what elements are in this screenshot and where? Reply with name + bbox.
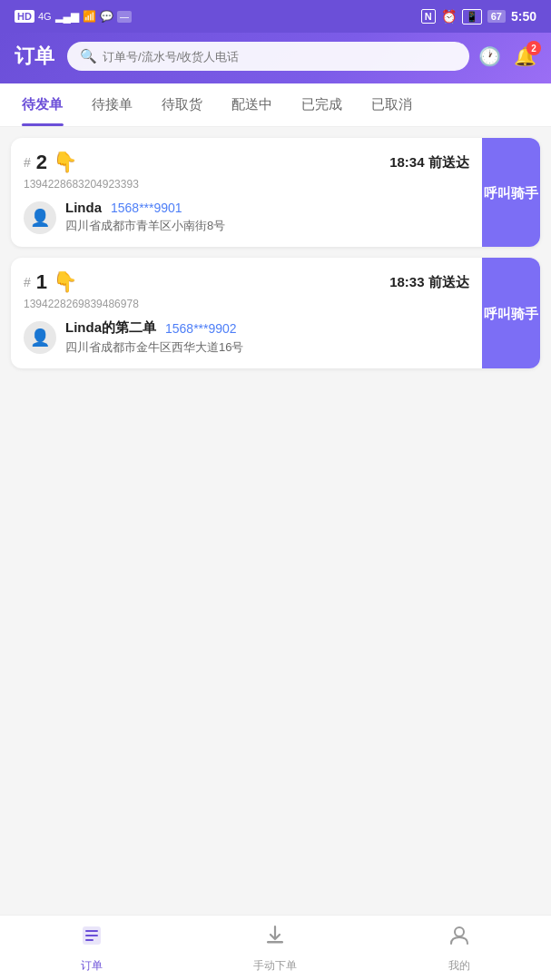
battery-icon: 67: [487, 10, 506, 23]
customer-phone-2[interactable]: 1568***9901: [111, 201, 182, 215]
order-time-value-2: 18:34: [389, 154, 424, 170]
network-icon: 4G: [38, 11, 52, 22]
order-top-row-1: # 1 👇 18:33 前送达: [24, 270, 469, 294]
order-customer-2: 👤 Linda 1568***9901 四川省成都市青羊区小南街8号: [24, 200, 469, 234]
call-btn-line1-2: 呼叫: [484, 183, 511, 202]
alarm-icon: ⏰: [441, 9, 457, 24]
call-btn-line1-1: 呼叫: [484, 304, 511, 323]
page-title: 订单: [15, 43, 58, 70]
order-top-row-2: # 2 👇 18:34 前送达: [24, 151, 469, 174]
order-list: # 2 👇 18:34 前送达 1394228683204923393 👤 Li…: [0, 127, 551, 379]
status-right-icons: N ⏰ 📱 67 5:50: [421, 9, 536, 24]
nav-spacer: [0, 379, 551, 452]
notification-button[interactable]: 🔔 2: [514, 45, 536, 67]
tab-pending-send[interactable]: 待发单: [7, 83, 77, 126]
tab-cancelled[interactable]: 已取消: [357, 83, 427, 126]
order-hash-2: #: [24, 155, 31, 170]
order-card-2: # 2 👇 18:34 前送达 1394228683204923393 👤 Li…: [11, 138, 540, 247]
order-time-label-1: 前送达: [428, 274, 469, 289]
order-nav-icon: [79, 923, 104, 955]
search-bar[interactable]: 🔍: [67, 42, 469, 71]
call-rider-button-2[interactable]: 呼叫 骑手: [482, 138, 540, 247]
history-button[interactable]: 🕐: [478, 45, 501, 67]
notification-badge: 2: [526, 41, 541, 55]
nav-item-mine[interactable]: 我的: [368, 923, 551, 974]
call-btn-line2-1: 骑手: [511, 304, 538, 323]
customer-info-2: Linda 1568***9901 四川省成都市青羊区小南街8号: [65, 200, 225, 234]
order-trace-2: 1394228683204923393: [24, 178, 469, 191]
header: 订单 🔍 🕐 🔔 2: [0, 33, 551, 83]
wifi-icon: 📶: [83, 10, 96, 23]
order-nav-label: 订单: [81, 958, 103, 974]
bottom-nav: 订单 手动下单 我的: [0, 915, 551, 980]
svg-rect-2: [85, 935, 98, 936]
tabs-bar: 待发单 待接单 待取货 配送中 已完成 已取消: [0, 83, 551, 127]
chat-icon: 💬: [100, 10, 113, 23]
order-id-row-2: # 2 👇: [24, 151, 77, 174]
delivery-icon-1: 👇: [53, 270, 77, 294]
search-input[interactable]: [103, 50, 457, 64]
order-customer-1: 👤 Linda的第二单 1568***9902 四川省成都市金牛区西华大道16号: [24, 319, 469, 356]
svg-rect-1: [85, 930, 98, 932]
order-number-1: 1: [36, 270, 47, 294]
order-time-2: 18:34 前送达: [389, 154, 469, 172]
nav-item-manual-order[interactable]: 手动下单: [183, 923, 367, 974]
order-number-2: 2: [36, 151, 47, 174]
svg-point-5: [455, 927, 464, 936]
avatar-1: 👤: [24, 321, 56, 354]
tab-pending-pickup[interactable]: 待取货: [147, 83, 217, 126]
order-trace-1: 1394228269839486978: [24, 298, 469, 310]
order-time-value-1: 18:33: [389, 274, 424, 289]
avatar-icon-2: 👤: [30, 208, 50, 228]
order-card-1: # 1 👇 18:33 前送达 1394228269839486978 👤 Li…: [11, 258, 540, 368]
order-time-label-2: 前送达: [428, 154, 469, 170]
customer-name-row-1: Linda的第二单 1568***9902: [65, 319, 243, 337]
svg-rect-4: [267, 941, 283, 944]
status-bar: HD 4G ▂▄▆ 📶 💬 — N ⏰ 📱 67 5:50: [0, 0, 551, 33]
time-display: 5:50: [511, 9, 536, 24]
customer-name-1: Linda的第二单: [65, 319, 156, 337]
customer-address-1: 四川省成都市金牛区西华大道16号: [65, 339, 243, 356]
tab-completed[interactable]: 已完成: [287, 83, 357, 126]
tab-pending-accept[interactable]: 待接单: [77, 83, 147, 126]
avatar-icon-1: 👤: [30, 328, 50, 348]
order-main-1: # 1 👇 18:33 前送达 1394228269839486978 👤 Li…: [11, 258, 482, 368]
customer-address-2: 四川省成都市青羊区小南街8号: [65, 218, 225, 234]
extra-icon: —: [117, 11, 132, 23]
customer-phone-1[interactable]: 1568***9902: [165, 321, 237, 336]
hd-icon: HD: [15, 10, 34, 23]
customer-info-1: Linda的第二单 1568***9902 四川省成都市金牛区西华大道16号: [65, 319, 243, 356]
customer-name-2: Linda: [65, 200, 102, 215]
call-btn-line2-2: 骑手: [511, 183, 538, 202]
nfc-icon: N: [421, 9, 436, 24]
order-main-2: # 2 👇 18:34 前送达 1394228683204923393 👤 Li…: [11, 138, 482, 247]
status-left-icons: HD 4G ▂▄▆ 📶 💬 —: [15, 10, 132, 23]
svg-rect-3: [85, 939, 93, 941]
mine-nav-label: 我的: [448, 958, 470, 974]
signal-icon: ▂▄▆: [55, 10, 80, 23]
delivery-icon-2: 👇: [53, 151, 77, 174]
tab-delivering[interactable]: 配送中: [217, 83, 287, 126]
nav-item-order[interactable]: 订单: [0, 923, 183, 974]
mine-nav-icon: [447, 923, 472, 955]
order-hash-1: #: [24, 275, 31, 289]
order-id-row-1: # 1 👇: [24, 270, 77, 294]
history-icon: 🕐: [478, 46, 501, 66]
customer-name-row-2: Linda 1568***9901: [65, 200, 225, 215]
phone-icon: 📱: [462, 9, 482, 24]
manual-order-nav-label: 手动下单: [253, 958, 297, 974]
manual-order-nav-icon: [262, 923, 288, 955]
call-rider-button-1[interactable]: 呼叫 骑手: [482, 258, 540, 368]
avatar-2: 👤: [24, 201, 56, 234]
order-time-1: 18:33 前送达: [389, 274, 469, 291]
search-icon: 🔍: [80, 48, 97, 64]
